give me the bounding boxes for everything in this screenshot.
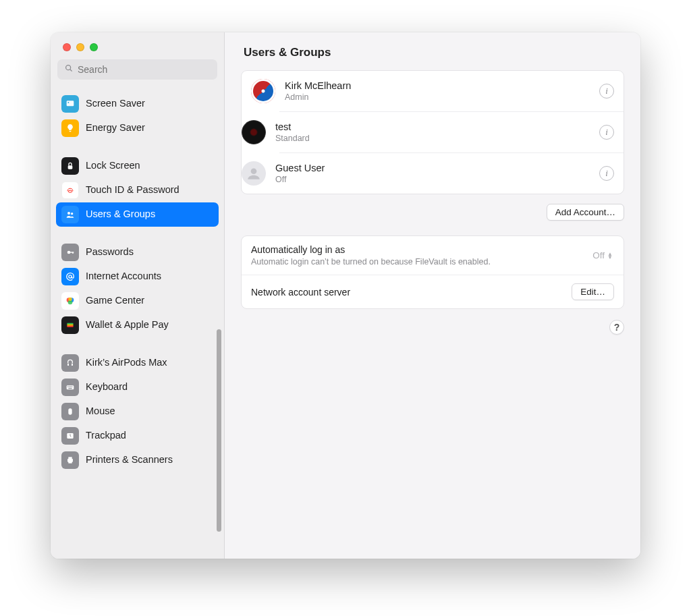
svg-point-5	[67, 212, 70, 215]
sidebar-item-label: Printers & Scanners	[86, 454, 213, 466]
users-groups-icon	[61, 206, 79, 223]
auto-login-select: Off ▲▼	[592, 250, 614, 260]
sidebar-item-internet-accounts[interactable]: Internet Accounts	[56, 264, 219, 289]
sidebar-item-label: Game Center	[86, 295, 213, 306]
user-info-button[interactable]: i	[599, 166, 614, 181]
svg-rect-28	[68, 461, 72, 463]
auto-login-value: Off	[592, 250, 605, 260]
trackpad-icon	[61, 427, 79, 445]
search-icon	[64, 63, 74, 76]
sidebar-item-label: Kirk’s AirPods Max	[86, 357, 213, 368]
user-row[interactable]: Guest User Off i	[279, 152, 624, 194]
sidebar-item-lock-screen[interactable]: Lock Screen	[56, 154, 219, 178]
sidebar-item-trackpad[interactable]: Trackpad	[56, 424, 219, 448]
users-list-panel: Kirk McElhearn Admin i test Standard i G…	[241, 70, 624, 194]
sidebar-scrollbar[interactable]	[217, 329, 221, 532]
user-name: Guest User	[275, 163, 590, 173]
svg-rect-2	[67, 101, 74, 106]
svg-point-14	[68, 298, 72, 301]
system-settings-window: Screen Saver Energy Saver Lock Screen	[51, 32, 640, 559]
network-server-edit-button[interactable]: Edit…	[572, 283, 614, 300]
user-row[interactable]: test Standard i	[279, 111, 624, 152]
svg-point-29	[251, 168, 257, 174]
sidebar-item-energy-saver[interactable]: Energy Saver	[56, 116, 219, 140]
sidebar-item-label: Trackpad	[86, 430, 213, 441]
mouse-icon	[61, 403, 79, 420]
sidebar-item-passwords[interactable]: Passwords	[56, 240, 219, 264]
minimize-window-button[interactable]	[76, 43, 84, 51]
network-server-row: Network account server Edit…	[242, 275, 624, 308]
svg-point-6	[71, 213, 73, 215]
svg-rect-15	[67, 323, 73, 325]
svg-point-0	[66, 65, 71, 70]
sidebar-scroll[interactable]: Screen Saver Energy Saver Lock Screen	[51, 86, 224, 559]
airpods-icon	[61, 354, 79, 372]
svg-rect-18	[67, 385, 74, 389]
svg-rect-23	[68, 388, 72, 389]
user-name: test	[275, 121, 590, 132]
user-role: Standard	[275, 134, 590, 143]
sidebar-item-label: Keyboard	[86, 381, 213, 393]
sidebar-item-printers-scanners[interactable]: Printers & Scanners	[56, 448, 219, 472]
svg-rect-19	[67, 387, 68, 387]
sidebar-item-label: Users & Groups	[86, 208, 213, 220]
sidebar-item-game-center[interactable]: Game Center	[56, 289, 219, 313]
user-avatar	[242, 120, 266, 144]
sidebar-item-label: Passwords	[86, 246, 213, 258]
sidebar-item-keyboard[interactable]: Keyboard	[56, 375, 219, 399]
sidebar-item-label: Lock Screen	[86, 160, 213, 171]
sidebar-item-screen-saver[interactable]: Screen Saver	[56, 92, 219, 116]
sidebar-item-wallet-apple-pay[interactable]: Wallet & Apple Pay	[56, 313, 219, 337]
sidebar-item-label: Screen Saver	[86, 98, 213, 109]
internet-accounts-icon	[61, 268, 79, 285]
user-role: Admin	[285, 92, 590, 102]
keyboard-icon	[61, 379, 79, 396]
passwords-icon	[61, 244, 79, 261]
user-info-button[interactable]: i	[599, 84, 614, 99]
sidebar-item-label: Energy Saver	[86, 122, 213, 134]
sidebar-item-label: Internet Accounts	[86, 271, 213, 282]
wallet-icon	[61, 316, 79, 334]
energy-saver-icon	[61, 119, 79, 137]
svg-rect-4	[68, 165, 73, 169]
game-center-icon	[61, 292, 79, 310]
svg-rect-20	[69, 387, 70, 387]
svg-line-1	[70, 69, 72, 72]
touch-id-icon	[61, 181, 79, 199]
network-server-label: Network account server	[251, 287, 565, 298]
svg-rect-27	[68, 457, 72, 459]
chevron-updown-icon: ▲▼	[607, 252, 614, 259]
page-title: Users & Groups	[241, 46, 624, 59]
user-avatar	[251, 79, 275, 103]
svg-rect-22	[72, 387, 72, 387]
zoom-window-button[interactable]	[90, 43, 98, 51]
user-info-button[interactable]: i	[599, 125, 614, 140]
svg-rect-21	[70, 387, 71, 387]
close-window-button[interactable]	[63, 43, 71, 51]
lock-screen-icon	[61, 157, 79, 175]
printers-icon	[61, 451, 79, 469]
sidebar: Screen Saver Energy Saver Lock Screen	[51, 32, 225, 559]
svg-rect-9	[72, 252, 73, 254]
sidebar-item-mouse[interactable]: Mouse	[56, 399, 219, 424]
user-name: Kirk McElhearn	[285, 80, 590, 91]
sidebar-item-touch-id-password[interactable]: Touch ID & Password	[56, 178, 219, 202]
auto-login-note: Automatic login can’t be turned on becau…	[251, 257, 586, 267]
help-button[interactable]: ?	[609, 320, 624, 335]
user-avatar	[242, 161, 266, 186]
search-field[interactable]	[57, 59, 217, 80]
sidebar-item-label: Mouse	[86, 405, 213, 417]
user-row[interactable]: Kirk McElhearn Admin i	[242, 71, 624, 111]
add-account-button[interactable]: Add Account…	[547, 204, 624, 221]
svg-point-3	[67, 102, 69, 103]
window-controls	[51, 32, 224, 59]
sidebar-item-label: Touch ID & Password	[86, 184, 213, 196]
main-content: Users & Groups Kirk McElhearn Admin i te…	[225, 32, 640, 559]
sidebar-item-label: Wallet & Apple Pay	[86, 319, 213, 331]
user-role: Off	[275, 175, 590, 184]
svg-rect-17	[67, 326, 73, 327]
login-settings-panel: Automatically log in as Automatic login …	[241, 235, 624, 309]
sidebar-item-users-groups[interactable]: Users & Groups	[56, 202, 219, 227]
sidebar-item-airpods[interactable]: Kirk’s AirPods Max	[56, 351, 219, 375]
search-input[interactable]	[78, 64, 211, 75]
